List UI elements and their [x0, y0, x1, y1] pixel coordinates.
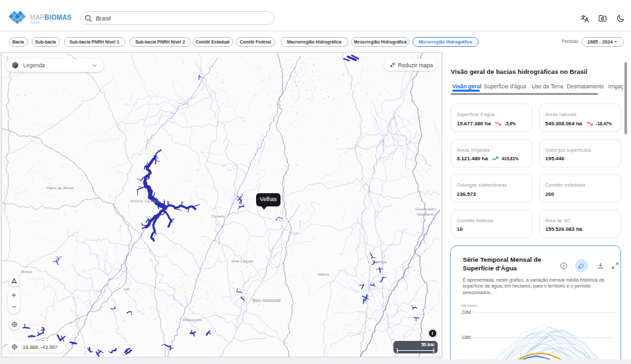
svg-text:Araxá: Araxá	[21, 270, 32, 274]
svg-text:Patos de Minas: Patos de Minas	[46, 186, 73, 190]
svg-text:Luz: Luz	[123, 287, 130, 291]
svg-text:Ipatinga: Ipatinga	[372, 260, 387, 264]
svg-text:Governador: Governador	[415, 207, 436, 211]
svg-text:18M: 18M	[461, 334, 471, 340]
svg-text:Sete Lagoas: Sete Lagoas	[231, 259, 253, 263]
svg-text:Itabira: Itabira	[318, 272, 329, 276]
svg-text:20M: 20M	[461, 309, 471, 315]
svg-text:MINAS GERAIS: MINAS GERAIS	[131, 199, 160, 203]
svg-text:Valadares: Valadares	[417, 212, 435, 216]
svg-text:Hectares: Hectares	[461, 303, 477, 307]
svg-text:Divinópolis: Divinópolis	[182, 318, 201, 322]
svg-text:Belo Horizonte: Belo Horizonte	[253, 298, 281, 303]
svg-text:Curvelo: Curvelo	[211, 214, 225, 218]
